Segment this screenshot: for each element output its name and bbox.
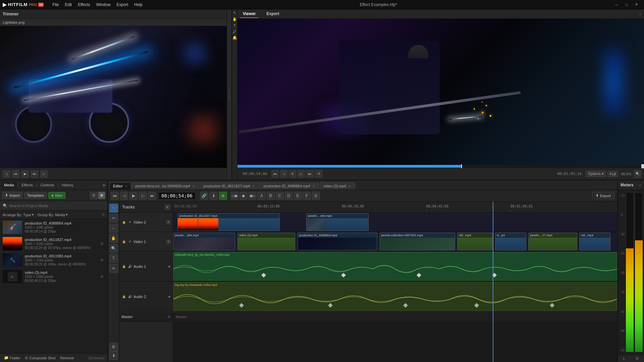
viewer-options-dropdown[interactable]: Options ▾ [586, 171, 606, 177]
editor-snap-btn[interactable]: 🔗 [200, 192, 208, 200]
editor-go-start-btn[interactable]: ⏮ [111, 192, 119, 200]
clip-audio2-main[interactable]: big-sky by shuhandz Artlist.mp3 [173, 282, 617, 311]
list-item[interactable]: ▶ video (3).mp4 644 × 362 pixels 00;00… [0, 268, 107, 285]
tab-close-2[interactable]: ✕ [252, 184, 256, 188]
trimmer-viewer[interactable] [0, 26, 231, 168]
export-button[interactable]: ⬆ Export [592, 192, 614, 199]
list-view-btn[interactable]: ☰ [90, 192, 97, 199]
editor-step-back-btn[interactable]: ◁ [120, 192, 128, 200]
viewer-loop-btn[interactable]: ↺ [315, 170, 322, 178]
tab-viewer[interactable]: Viewer [240, 10, 258, 18]
editor-tab-clip4[interactable]: video (3).mp4 ✕ [320, 182, 355, 189]
clip-v1-4[interactable]: pexels-cottonbro-5657831.mp4 [380, 233, 455, 250]
editor-tab-clip1[interactable]: pexels-tima-mi...ko-5846600.mp4 ✕ [132, 182, 199, 189]
track-lock-icon[interactable]: 🔒 [121, 239, 126, 244]
left-panel-expand-btn[interactable]: ▶ [103, 183, 106, 187]
tool-select[interactable]: ↖ [109, 204, 118, 213]
tool-text[interactable]: T [109, 254, 118, 263]
viewer-step-back-btn[interactable]: ◁ [280, 170, 287, 178]
track-settings-btn[interactable]: ⚙ [166, 239, 171, 244]
clip-v1-7[interactable]: pexels-...27.mp4 [528, 233, 577, 250]
remove-button[interactable]: Remove [59, 355, 75, 361]
editor-kf-g-btn[interactable]: G [312, 192, 320, 200]
clip-v1-8[interactable]: vld...mp4 [579, 233, 610, 250]
menu-effects[interactable]: Effects [75, 1, 93, 8]
media-settings-button[interactable]: ⚙ [99, 241, 105, 246]
tool-pen[interactable]: ✏ [109, 264, 118, 273]
tracks-expand-btn[interactable]: ≡ [165, 204, 170, 210]
arrange-by-dropdown[interactable]: Arrange By: Type ▾ [3, 213, 34, 217]
editor-kf-prev-btn[interactable]: ◁◆ [230, 192, 238, 200]
tab-close-3[interactable]: ✕ [312, 184, 316, 188]
editor-menu-icon[interactable]: ≡ [125, 184, 127, 188]
editor-kf-e-btn[interactable]: E [294, 192, 302, 200]
track-audio-icon[interactable]: 🔊 [127, 294, 132, 299]
menu-help[interactable]: Help [131, 1, 145, 8]
editor-step-fwd-btn[interactable]: ▷ [139, 192, 147, 200]
trimmer-mark-out-btn[interactable]: ▷ [40, 170, 48, 178]
tab-effects[interactable]: Effects [19, 182, 36, 188]
viewer-mark-out-btn[interactable]: ⏭ [306, 170, 314, 178]
viewer-video[interactable] [237, 19, 644, 165]
clip-v1-2[interactable]: video (3).mp4 [237, 233, 295, 250]
composite-shot-button[interactable]: ◎ Composite Shot [23, 355, 57, 361]
list-item[interactable]: production ID_4611827.mp4 3840 × 2160 pi… [0, 236, 107, 252]
new-button[interactable]: ● New [48, 192, 65, 199]
editor-kf-auto-btn[interactable]: A [258, 192, 266, 200]
tool-razor[interactable]: ✂ [109, 214, 118, 223]
track-lock-icon[interactable]: 🔒 [121, 220, 126, 225]
editor-tab-editor[interactable]: Editor ≡ [109, 182, 131, 189]
viewer-tool-bell[interactable]: 🔔 [232, 36, 237, 40]
viewer-tool-text[interactable]: T [233, 23, 236, 27]
track-visibility-icon[interactable]: 👁 [127, 239, 132, 244]
grid-view-btn[interactable]: ⊞ [98, 192, 105, 199]
clip-audio1-main[interactable]: sidewalk-strut_by_rex-banner_Artlist.wav [173, 252, 617, 281]
viewer-step-fwd-btn[interactable]: ▷ [298, 170, 305, 178]
clip-v1-6[interactable]: vi...p4 [495, 233, 526, 250]
media-settings-button[interactable]: ⚙ [99, 257, 105, 263]
viewer-zoom-in-btn[interactable]: 🔍 [634, 170, 641, 178]
menu-file[interactable]: File [50, 1, 61, 8]
viewer-mark-in-btn[interactable]: ⏮ [271, 170, 279, 178]
tool-slip[interactable]: ↔ [109, 224, 118, 233]
editor-kf-b-btn[interactable]: B [267, 192, 275, 200]
trimmer-step-back-btn[interactable]: ⏮ [12, 170, 19, 178]
list-item[interactable]: 🔧 production ID_4911983.mp4 3840 × 2160 … [0, 252, 107, 268]
editor-kf-d-btn[interactable]: D [285, 192, 293, 200]
close-button[interactable]: ✕ [632, 1, 641, 8]
filter-icon[interactable]: ⊞ [102, 213, 105, 217]
tab-media[interactable]: Media [1, 182, 17, 188]
trimmer-resize-grip[interactable] [227, 9, 231, 180]
viewer-timeline-bar[interactable] [237, 165, 644, 168]
maximize-button[interactable]: □ [622, 1, 631, 8]
tool-down[interactable]: ⬇ [109, 351, 118, 360]
clip-production-4611827[interactable]: production ID_4611827.mp4 [177, 213, 280, 231]
track-audio-icon[interactable]: 🔊 [127, 264, 132, 269]
tool-hand[interactable]: ✋ [109, 234, 118, 243]
editor-go-end-btn[interactable]: ⏭ [148, 192, 156, 200]
editor-clip-insert-btn[interactable]: ⬇ [210, 192, 218, 200]
editor-tab-clip2[interactable]: production ID_4611827.mp4 ✕ [200, 182, 259, 189]
clip-pexels-484[interactable]: pexels-...484.mp4 [306, 213, 368, 231]
tab-export-viewer[interactable]: Export [264, 10, 282, 18]
track-lock-icon[interactable]: 🔒 [121, 294, 126, 299]
track-visibility-icon[interactable]: 👁 [127, 220, 132, 225]
clip-v1-5[interactable]: vld...mp4 [457, 233, 493, 250]
tab-close-1[interactable]: ✕ [192, 184, 196, 188]
menu-window[interactable]: Window [94, 1, 113, 8]
editor-kf-c-btn[interactable]: C [276, 192, 284, 200]
track-settings-btn[interactable]: ⚙ [166, 220, 171, 225]
search-bar[interactable]: 🔍 [0, 201, 107, 210]
editor-kf-next-btn[interactable]: ◆▷ [249, 192, 257, 200]
tab-close-4[interactable]: ✕ [347, 184, 352, 188]
editor-tab-clip3[interactable]: production ID_4088864.mp4 ✕ [260, 182, 319, 189]
import-button[interactable]: ⬇ Import [2, 192, 23, 199]
viewer-tool-brush[interactable]: 🖊 [233, 29, 236, 34]
tab-history[interactable]: History [59, 182, 76, 188]
viewer-play-pause-btn[interactable]: ⏸ [289, 170, 296, 178]
viewer-tool-cursor[interactable]: ↖ [233, 11, 236, 15]
minimize-button[interactable]: ─ [612, 1, 621, 8]
list-item[interactable]: 🎸 production ID_4088864.mp4 644 × 362 … [0, 219, 107, 236]
meters-menu-icon[interactable]: ≡ [639, 183, 641, 187]
viewer-tool-pan[interactable]: ✋ [232, 17, 237, 21]
